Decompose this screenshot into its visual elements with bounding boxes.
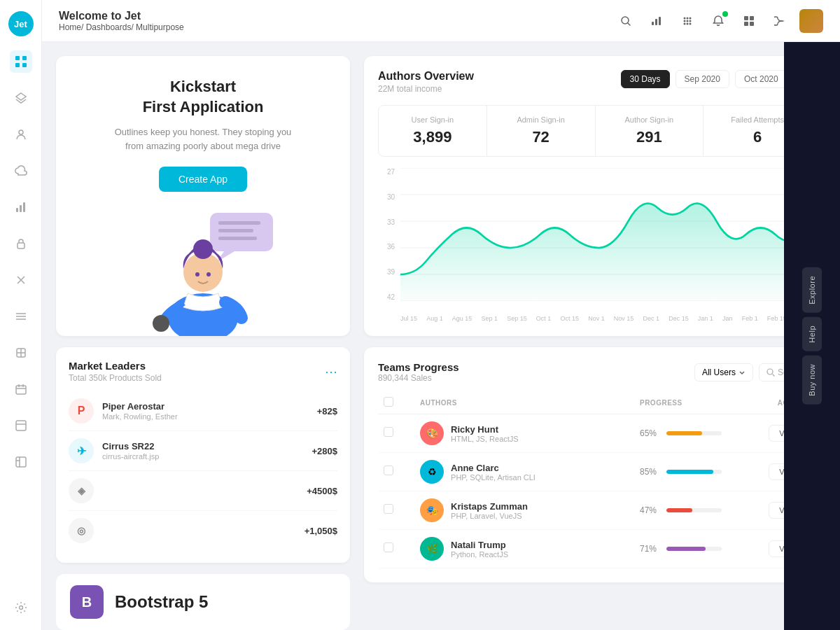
x-label: Jan 1 — [698, 315, 713, 322]
svg-point-26 — [690, 22, 692, 24]
row-checkbox[interactable] — [384, 504, 393, 514]
help-button[interactable]: Help — [802, 317, 822, 351]
market-more-button[interactable]: ⋯ — [325, 364, 337, 379]
svg-rect-0 — [15, 56, 20, 60]
create-app-button[interactable]: Create App — [159, 167, 247, 192]
svg-rect-17 — [659, 17, 661, 25]
sidebar-item-layers[interactable] — [10, 87, 32, 109]
avatar-image — [799, 9, 823, 33]
market-value: +1,050$ — [304, 526, 337, 536]
row-checkbox[interactable] — [384, 427, 393, 437]
svg-point-23 — [690, 20, 692, 22]
breadcrumb: Home/ Dashboards/ Multipurpose — [59, 22, 603, 32]
tab-sep-2020[interactable]: Sep 2020 — [676, 70, 729, 88]
sidebar-item-menu[interactable] — [10, 305, 32, 328]
market-icon-piper: P — [69, 398, 94, 424]
author-avatar: 🎭 — [420, 498, 444, 522]
breadcrumb-dashboards[interactable]: Dashboards/ — [86, 22, 134, 32]
header-checkbox[interactable] — [384, 397, 393, 407]
market-info-4 — [102, 531, 296, 531]
sidebar-item-close[interactable] — [10, 269, 32, 291]
grid-view-button[interactable] — [738, 10, 760, 32]
x-label: Nov 1 — [588, 315, 605, 322]
progress-fill — [666, 470, 713, 474]
sidebar-item-layout[interactable] — [10, 414, 32, 437]
sidebar-item-calendar[interactable] — [10, 378, 32, 400]
svg-rect-30 — [750, 22, 754, 26]
kickstart-title: KickstartFirst Application — [143, 77, 264, 117]
stat-value: 3,899 — [390, 128, 475, 146]
sidebar-item-settings[interactable] — [10, 596, 32, 619]
stat-value: 72 — [498, 128, 584, 146]
teams-header: Teams Progress 890,344 Sales All Users S… — [378, 361, 812, 383]
stat-label: User Sign-in — [390, 115, 475, 124]
teams-progress-card: Teams Progress 890,344 Sales All Users S… — [364, 347, 826, 582]
search-button[interactable] — [615, 10, 637, 32]
svg-rect-7 — [23, 202, 25, 212]
sidebar-item-box[interactable] — [10, 342, 32, 364]
svg-rect-12 — [16, 457, 26, 467]
stat-user-signin: User Sign-in 3,899 — [379, 106, 487, 156]
stat-author-signin: Author Sign-in 291 — [596, 106, 704, 156]
svg-rect-16 — [655, 19, 657, 25]
breadcrumb-home[interactable]: Home/ — [59, 22, 83, 32]
logo[interactable]: Jet — [8, 11, 34, 36]
header: Welcome to Jet Home/ Dashboards/ Multipu… — [42, 0, 840, 42]
market-sub: Mark, Rowling, Esther — [102, 412, 309, 421]
chart-y-labels: 42 39 36 33 30 27 — [378, 168, 395, 301]
notification-button[interactable] — [707, 10, 729, 32]
col-checkbox — [378, 391, 414, 414]
svg-rect-5 — [16, 208, 18, 212]
buy-now-button[interactable]: Buy now — [802, 356, 822, 405]
sidebar-item-user[interactable] — [10, 123, 32, 146]
progress-pct: 47% — [640, 505, 661, 515]
market-icon-3: ◈ — [69, 478, 94, 503]
y-label: 27 — [378, 168, 395, 176]
x-label: Oct 15 — [561, 315, 580, 322]
explore-button[interactable]: Explore — [802, 267, 822, 313]
authors-header: Authors Overview 22M total income 30 Day… — [378, 70, 812, 94]
table-row: 🎨 Ricky Hunt HTML, JS, ReactJS — [378, 414, 812, 453]
row-progress-cell: 65% — [634, 414, 727, 453]
x-label: Oct 1 — [536, 315, 552, 322]
stats-row: User Sign-in 3,899 Admin Sign-in 72 Auth… — [378, 105, 812, 157]
market-leaders-title: Market Leaders — [69, 360, 325, 372]
tab-oct-2020[interactable]: Oct 2020 — [735, 70, 788, 88]
apps-button[interactable] — [676, 10, 699, 32]
dark-mode-button[interactable] — [769, 10, 791, 32]
y-label: 30 — [378, 193, 395, 201]
sidebar-item-chart[interactable] — [10, 196, 32, 218]
market-value: +4500$ — [307, 486, 337, 496]
teams-subtitle: 890,344 Sales — [378, 373, 694, 383]
row-checkbox[interactable] — [384, 542, 393, 552]
analytics-button[interactable] — [645, 10, 668, 32]
svg-rect-2 — [15, 63, 20, 67]
svg-point-25 — [687, 22, 689, 24]
x-label: Dec 15 — [668, 315, 689, 322]
sidebar-item-lock[interactable] — [10, 232, 32, 255]
row-checkbox[interactable] — [384, 465, 393, 475]
authors-subtitle: 22M total income — [378, 84, 612, 94]
sidebar-item-template[interactable] — [10, 451, 32, 473]
y-label: 33 — [378, 218, 395, 226]
sidebar-item-grid[interactable] — [10, 50, 32, 73]
sidebar-item-cloud[interactable] — [10, 160, 32, 182]
market-sub: cirrus-aircraft.jsp — [102, 452, 303, 461]
sidebar: Jet — [0, 0, 42, 630]
chart-svg — [400, 168, 812, 301]
svg-rect-34 — [218, 237, 257, 240]
market-name: Cirrus SR22 — [102, 441, 303, 451]
author-avatar: ♻ — [420, 460, 444, 484]
avatar[interactable] — [799, 9, 823, 33]
notification-dot — [722, 11, 728, 17]
author-skills: HTML, JS, ReactJS — [451, 435, 519, 443]
main-area: Welcome to Jet Home/ Dashboards/ Multipu… — [42, 0, 840, 630]
all-users-select[interactable]: All Users — [694, 363, 753, 382]
svg-point-38 — [153, 315, 169, 332]
market-icon-cirrus: ✈ — [69, 438, 94, 463]
row-checkbox-cell — [378, 453, 414, 491]
tab-30-days[interactable]: 30 Days — [621, 70, 670, 88]
author-skills: PHP, SQLite, Artisan CLI — [451, 473, 536, 482]
col-authors: AUTHORS — [414, 391, 634, 414]
page-title: Welcome to Jet — [59, 10, 603, 22]
